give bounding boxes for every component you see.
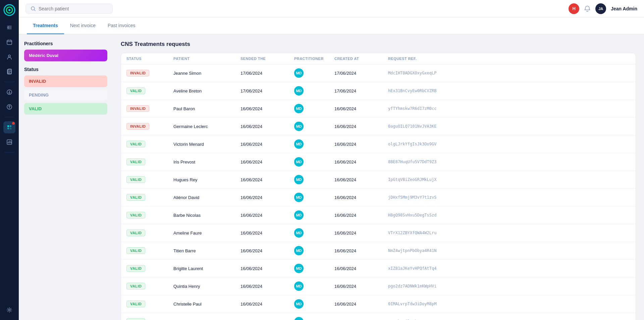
status-badge: VALID [126, 194, 145, 201]
table-row[interactable]: VALID Aveline Breton 17/06/2024 MD 17/06… [121, 82, 636, 100]
tab-past-invoices[interactable]: Past invoices [102, 17, 141, 34]
request-ref: 0aguOILQ7101NvJVA3KE [388, 124, 630, 129]
request-ref: hEx31BnCvyEw0RbCVZRB [388, 88, 630, 93]
created-date: 16/06/2024 [334, 248, 388, 253]
request-ref: IpGtqVBiZeoGRJMkLujX [388, 177, 630, 182]
status-badge: INVALID [126, 70, 149, 76]
status-chip-invalid[interactable]: INVALID [24, 75, 107, 87]
content-area: Practitioners Médéric Duval Status INVAL… [19, 34, 644, 320]
status-chip-valid[interactable]: VALID [24, 103, 107, 115]
sended-date: 16/06/2024 [240, 159, 294, 165]
patient-name: Barbe Nicolas [173, 213, 240, 218]
sended-date: 17/06/2024 [240, 71, 294, 76]
table-header: STATUS PATIENT SENDED THE PRACTITIONER C… [121, 53, 636, 64]
reports-icon[interactable] [3, 136, 15, 148]
patient-name: Aveline Breton [173, 88, 240, 93]
practitioner-chip-mederic[interactable]: Médéric Duval [24, 50, 107, 61]
patient-name: Titien Barre [173, 248, 240, 253]
table-row[interactable]: INVALID Paul Baron 16/06/2024 MD 16/06/2… [121, 100, 636, 118]
practitioner-badge: MD [294, 228, 304, 238]
divider-1 [4, 82, 15, 82]
svg-rect-11 [10, 125, 11, 127]
main-area: H JA Jean Admin Treatments Next invoice … [19, 0, 644, 320]
tab-next-invoice[interactable]: Next invoice [64, 17, 102, 34]
svg-rect-12 [7, 128, 9, 129]
created-date: 16/06/2024 [334, 106, 388, 111]
table-row[interactable]: VALID Aliénor David 16/06/2024 MD 16/06/… [121, 189, 636, 206]
patient-name: Victorin Menard [173, 142, 240, 147]
table-row[interactable]: VALID Quintia Henry 16/06/2024 MD 16/06/… [121, 277, 636, 295]
table-row[interactable]: VALID Brigitte Laurent 16/06/2024 MD 16/… [121, 260, 636, 277]
patient-name: Quintia Henry [173, 284, 240, 289]
table-row[interactable]: VALID Hugues Rey 16/06/2024 MD 16/06/202… [121, 171, 636, 189]
practitioner-badge: MD [294, 175, 304, 184]
col-patient: PATIENT [173, 57, 240, 61]
bell-icon[interactable] [584, 5, 591, 12]
created-date: 17/06/2024 [334, 71, 388, 76]
sended-date: 16/06/2024 [240, 124, 294, 129]
practitioner-badge: MD [294, 246, 304, 255]
search-icon [31, 6, 36, 11]
request-ref: 0IMALvrpTdw3iDoyM8pM [388, 302, 630, 306]
table-row[interactable]: VALID Iris Prevost 16/06/2024 MD 16/06/2… [121, 153, 636, 171]
payment-in-icon[interactable] [3, 86, 15, 98]
left-panel: Practitioners Médéric Duval Status INVAL… [19, 34, 113, 320]
status-badge: VALID [126, 212, 145, 218]
divider-3 [4, 152, 15, 152]
col-practitioner: PRACTITIONER [294, 57, 334, 61]
col-created: CREATED AT [334, 57, 388, 61]
divider-2 [4, 117, 15, 117]
table-row[interactable]: INVALID Germaine Leclerc 16/06/2024 MD 1… [121, 118, 636, 135]
status-badge: VALID [126, 301, 145, 307]
documents-icon[interactable] [3, 66, 15, 78]
status-chip-pending[interactable]: PENDING [24, 89, 107, 101]
practitioners-section: Practitioners Médéric Duval [24, 41, 107, 61]
tab-treatments[interactable]: Treatments [27, 17, 64, 34]
table-row[interactable]: VALID Titien Barre 16/06/2024 MD 16/06/2… [121, 242, 636, 260]
status-badge: VALID [126, 318, 145, 320]
practitioner-badge: MD [294, 122, 304, 131]
col-sended: SENDED THE [240, 57, 294, 61]
request-ref: xIZ81aJKeYvHPQfAtTq4 [388, 266, 630, 271]
created-date: 16/06/2024 [334, 213, 388, 218]
table-row[interactable]: VALID Barbe Nicolas 16/06/2024 MD 16/06/… [121, 206, 636, 224]
payment-out-icon[interactable] [3, 101, 15, 113]
sended-date: 16/06/2024 [240, 106, 294, 111]
request-ref: NmZ4wjtpnPbObya4R41N [388, 248, 630, 253]
treatments-icon[interactable] [3, 121, 15, 133]
practitioner-badge: MD [294, 157, 304, 167]
expand-sidebar-icon[interactable] [3, 21, 15, 34]
practitioner-badge: MD [294, 193, 304, 202]
request-ref: pgo2dz7ADNWk1mKWpHVi [388, 284, 630, 289]
calendar-icon[interactable] [3, 36, 15, 48]
request-ref: 8BE87HuqUfu5V7DdT9Z3 [388, 159, 630, 164]
request-ref: yfTYhmskw7R6dI7zM0cc [388, 106, 630, 111]
app-logo [3, 4, 15, 16]
patient-name: Christelle Paul [173, 302, 240, 307]
table-row[interactable]: VALID Victorin Menard 16/06/2024 MD 16/0… [121, 135, 636, 153]
search-input[interactable] [39, 6, 99, 11]
patient-icon[interactable] [3, 51, 15, 63]
practitioner-badge: MD [294, 281, 304, 291]
settings-icon[interactable] [3, 304, 15, 316]
topbar-actions: H JA Jean Admin [569, 3, 637, 14]
search-box[interactable] [25, 4, 113, 14]
table-row[interactable]: VALID Christelle Paul 16/06/2024 MD 16/0… [121, 295, 636, 313]
practitioner-badge: MD [294, 86, 304, 95]
patient-name: Brigitte Laurent [173, 266, 240, 271]
table-row[interactable]: VALID Oury Lacroix 16/06/2024 MD 16/06/2… [121, 313, 636, 320]
table-row[interactable]: INVALID Jeanne Simon 17/06/2024 MD 17/06… [121, 64, 636, 82]
patient-name: Iris Prevost [173, 159, 240, 165]
treatments-table: STATUS PATIENT SENDED THE PRACTITIONER C… [121, 53, 636, 320]
patient-name: Paul Baron [173, 106, 240, 111]
request-ref: jDHxf5Mmj9M3vY7t1zvS [388, 195, 630, 200]
created-date: 16/06/2024 [334, 124, 388, 129]
table-row[interactable]: VALID Ameline Faure 16/06/2024 MD 16/06/… [121, 224, 636, 242]
status-section: Status INVALID PENDING VALID [24, 67, 107, 117]
created-date: 16/06/2024 [334, 302, 388, 307]
col-ref: REQUEST REF. [388, 57, 630, 61]
status-badge: VALID [126, 230, 145, 236]
avatar-h: H [569, 3, 579, 14]
created-date: 16/06/2024 [334, 284, 388, 289]
user-name: Jean Admin [611, 6, 637, 11]
